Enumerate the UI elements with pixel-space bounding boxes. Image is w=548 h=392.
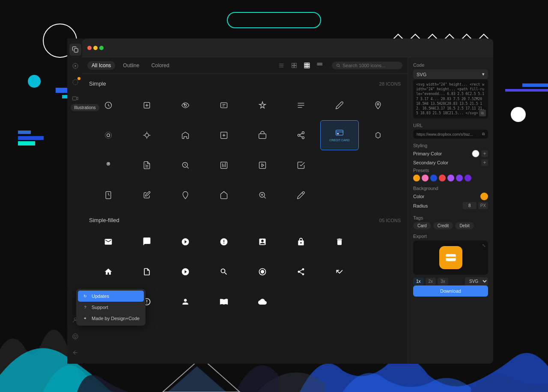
credit-card-icon-cell[interactable]: CREDIT CARD (320, 120, 359, 150)
icon-cell[interactable] (359, 120, 397, 150)
icon-cell-filled[interactable] (243, 287, 282, 317)
icon-cell[interactable] (243, 150, 282, 180)
icon-cell-filled[interactable] (397, 227, 408, 257)
icon-cell[interactable] (205, 150, 243, 180)
icon-cell[interactable] (166, 120, 205, 150)
sidebar-icon-copy[interactable] (69, 44, 81, 56)
icon-cell-filled[interactable] (359, 287, 397, 317)
preset-violet[interactable] (456, 175, 463, 181)
icon-cell[interactable] (166, 180, 205, 210)
icon-cell[interactable] (243, 180, 282, 210)
icon-cell[interactable] (397, 180, 408, 210)
preset-amber[interactable] (413, 175, 420, 181)
sidebar-icon-video[interactable] (69, 92, 81, 104)
icon-cell[interactable] (205, 90, 243, 120)
icon-cell-filled[interactable] (89, 257, 128, 287)
preset-blue[interactable] (430, 175, 437, 181)
filter-colored[interactable]: Colored (147, 61, 173, 70)
icon-cell[interactable] (166, 150, 205, 180)
icon-cell[interactable] (89, 150, 128, 180)
icon-cell[interactable] (320, 150, 359, 180)
icon-cell[interactable] (128, 120, 166, 150)
icon-cell-filled[interactable] (205, 287, 243, 317)
icon-cell-filled[interactable] (320, 227, 359, 257)
secondary-color-add-button[interactable]: + (481, 159, 488, 166)
sidebar-icon-smiley[interactable] (69, 330, 81, 342)
icon-cell[interactable] (282, 150, 320, 180)
icon-cell[interactable] (359, 150, 397, 180)
scale-1x-button[interactable]: 1x (413, 278, 424, 285)
scale-2x-button[interactable]: 2x (426, 278, 436, 285)
sidebar-icon-edit[interactable] (69, 76, 81, 88)
icon-cell[interactable] (320, 180, 359, 210)
search-bar[interactable] (332, 62, 402, 69)
tag-credit[interactable]: Credit (433, 222, 453, 229)
preset-purple[interactable] (447, 175, 454, 181)
icon-cell-filled[interactable] (282, 257, 320, 287)
popup-item-updates[interactable]: ↻ Updates (78, 291, 144, 302)
format-select[interactable]: SVG PNG (465, 277, 488, 285)
code-copy-button[interactable]: ⧉ (479, 110, 486, 116)
icon-cell[interactable] (282, 180, 320, 210)
filter-all-icons[interactable]: All Icons (87, 61, 115, 70)
icon-cell-filled[interactable] (243, 227, 282, 257)
icon-cell-filled[interactable] (166, 257, 205, 287)
sidebar-icon-play[interactable] (69, 60, 81, 72)
icon-cell-filled[interactable] (320, 257, 359, 287)
icon-cell-filled[interactable] (166, 287, 205, 317)
icon-cell-filled[interactable] (397, 257, 408, 287)
preset-red[interactable] (439, 175, 446, 181)
icon-cell[interactable] (359, 180, 397, 210)
icon-cell[interactable] (243, 90, 282, 120)
minimize-button[interactable] (93, 46, 98, 50)
maximize-button[interactable] (99, 46, 104, 50)
tag-debit[interactable]: Debit (455, 222, 474, 229)
grid-3-view-icon[interactable] (302, 60, 312, 71)
icon-cell-filled[interactable] (359, 227, 397, 257)
icon-cell[interactable] (128, 90, 166, 120)
icon-cell[interactable] (320, 90, 359, 120)
preset-indigo[interactable] (465, 175, 471, 181)
icon-cell[interactable] (243, 120, 282, 150)
icon-cell-filled[interactable] (282, 287, 320, 317)
icon-cell-filled[interactable] (359, 257, 397, 287)
popup-item-made-by[interactable]: ✦ Made by Design+Code (78, 313, 144, 324)
primary-color-add-button[interactable]: + (481, 150, 488, 157)
url-copy-icon[interactable]: ⧉ (482, 132, 485, 137)
icon-cell-filled[interactable] (205, 227, 243, 257)
icon-cell[interactable] (205, 180, 243, 210)
icon-cell[interactable] (205, 120, 243, 150)
icon-cell[interactable] (397, 90, 408, 120)
icon-cell[interactable] (128, 180, 166, 210)
grid-4-view-icon[interactable] (315, 60, 325, 71)
icon-cell[interactable] (128, 150, 166, 180)
radius-input[interactable] (463, 202, 477, 209)
icon-cell[interactable] (282, 120, 320, 150)
icon-cell-filled[interactable] (320, 287, 359, 317)
icon-cell[interactable] (166, 90, 205, 120)
icon-cell-filled[interactable] (205, 257, 243, 287)
tag-card[interactable]: Card (413, 222, 431, 229)
icon-cell[interactable] (89, 120, 128, 150)
search-input[interactable] (342, 63, 398, 68)
download-button[interactable]: Download (413, 285, 488, 297)
icon-cell-filled[interactable] (397, 287, 408, 317)
icon-cell[interactable] (282, 90, 320, 120)
expand-icon[interactable]: ⤡ (482, 243, 485, 248)
primary-color-swatch[interactable] (472, 150, 480, 157)
icon-cell-filled[interactable] (128, 227, 166, 257)
scale-3x-button[interactable]: 3x (438, 278, 448, 285)
icon-cell[interactable] (89, 180, 128, 210)
icon-cell-filled[interactable] (282, 227, 320, 257)
filter-outline[interactable]: Outline (119, 61, 143, 70)
sidebar-icon-back[interactable] (69, 347, 81, 359)
preset-pink[interactable] (422, 175, 429, 181)
icon-cell-filled[interactable] (89, 227, 128, 257)
icon-cell[interactable] (359, 90, 397, 120)
icon-cell[interactable] (397, 150, 408, 180)
list-view-icon[interactable] (276, 60, 286, 71)
icon-cell[interactable] (397, 120, 408, 150)
icon-cell-filled[interactable] (128, 257, 166, 287)
code-format-select[interactable]: SVG ▾ (413, 69, 488, 79)
grid-2-view-icon[interactable] (289, 60, 299, 71)
